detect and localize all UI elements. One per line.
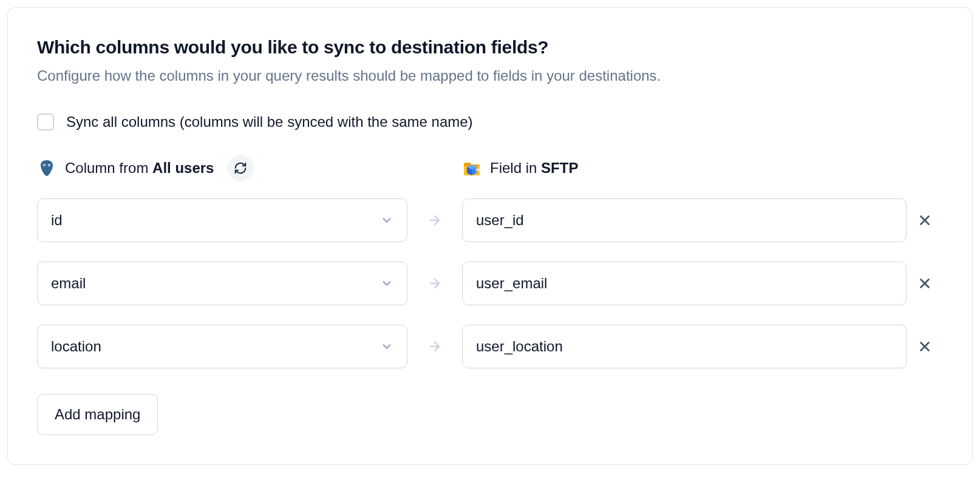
destination-field-input[interactable] <box>462 262 907 305</box>
mapping-headers: Column from All users <box>37 155 943 181</box>
page-title: Which columns would you like to sync to … <box>37 37 943 58</box>
arrow-right-icon <box>407 339 462 354</box>
destination-header-text: Field in SFTP <box>490 160 578 177</box>
svg-point-2 <box>44 164 45 166</box>
remove-mapping-button[interactable] <box>907 212 943 228</box>
remove-mapping-button[interactable] <box>907 276 943 291</box>
chevron-down-icon <box>380 340 393 353</box>
destination-prefix: Field in <box>490 160 541 176</box>
destination-field-input[interactable] <box>462 198 907 242</box>
chevron-down-icon <box>380 214 393 227</box>
postgres-icon <box>37 158 56 178</box>
arrow-right-icon <box>407 213 462 228</box>
source-column-value: id <box>51 212 63 229</box>
mapping-row: email <box>37 262 943 305</box>
column-mapping-card: Which columns would you like to sync to … <box>7 7 973 465</box>
source-header-text: Column from All users <box>65 160 214 177</box>
close-icon <box>917 339 933 354</box>
sync-all-checkbox[interactable] <box>37 113 54 130</box>
sync-all-row: Sync all columns (columns will be synced… <box>37 113 943 130</box>
source-column-select[interactable]: location <box>37 325 407 368</box>
source-column-select[interactable]: id <box>37 198 407 242</box>
remove-mapping-button[interactable] <box>907 339 943 354</box>
source-prefix: Column from <box>65 160 152 176</box>
svg-text:FTP: FTP <box>475 168 481 172</box>
source-column-value: email <box>51 275 86 292</box>
source-name: All users <box>152 160 214 176</box>
page-subtitle: Configure how the columns in your query … <box>37 67 943 84</box>
add-mapping-button[interactable]: Add mapping <box>37 394 158 435</box>
mapping-row: id <box>37 198 943 242</box>
close-icon <box>917 212 933 228</box>
chevron-down-icon <box>380 277 393 290</box>
destination-name: SFTP <box>541 160 578 176</box>
mapping-row: location <box>37 325 943 368</box>
close-icon <box>917 276 933 291</box>
sync-all-label: Sync all columns (columns will be synced… <box>66 113 473 130</box>
arrow-right-icon <box>407 276 462 291</box>
sftp-icon: FTP <box>462 158 481 178</box>
source-header: Column from All users <box>37 155 407 181</box>
destination-field-input[interactable] <box>462 325 907 368</box>
refresh-button[interactable] <box>227 155 254 181</box>
source-column-select[interactable]: email <box>37 262 407 305</box>
destination-header: FTP Field in SFTP <box>462 158 907 178</box>
svg-point-3 <box>49 164 50 166</box>
refresh-icon <box>234 161 247 175</box>
source-column-value: location <box>51 338 101 355</box>
